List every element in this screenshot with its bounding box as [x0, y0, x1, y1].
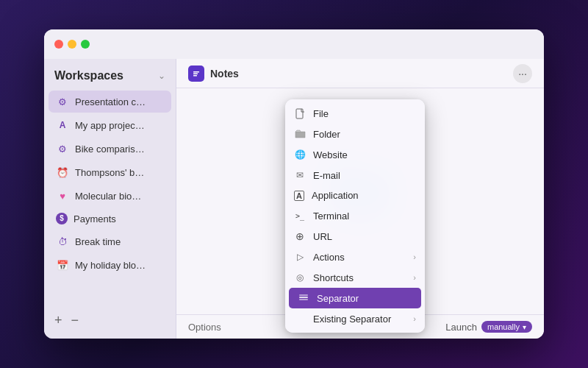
menu-item-folder-label: Folder	[313, 129, 416, 140]
menu-item-website[interactable]: 🌐 Website	[285, 144, 425, 165]
menu-item-shortcuts-label: Shortcuts	[313, 272, 406, 283]
menu-item-application-label: Application	[312, 190, 416, 201]
sidebar-item-label: My holiday blo…	[75, 260, 146, 271]
menu-item-existing-separator[interactable]: Existing Separator ›	[285, 308, 425, 329]
window-body: Workspaces ⌄ ⚙ Presentation c… A My app …	[44, 59, 544, 339]
sidebar-item-icon: ⚙	[56, 142, 69, 155]
svg-rect-7	[299, 294, 308, 296]
svg-rect-5	[299, 297, 308, 298]
menu-item-url-label: URL	[313, 231, 416, 242]
sidebar-item-presentation[interactable]: ⚙ Presentation c…	[49, 91, 171, 113]
minimize-button[interactable]	[68, 40, 76, 49]
sidebar-item-icon: $	[56, 213, 68, 224]
menu-item-actions[interactable]: ▷ Actions ›	[285, 247, 425, 267]
menu-item-shortcuts[interactable]: ◎ Shortcuts ›	[285, 267, 425, 288]
sidebar-item-label: Bike comparis…	[75, 144, 145, 155]
sidebar-item-icon: 📅	[56, 258, 69, 272]
application-icon: A	[294, 191, 304, 201]
menu-item-application[interactable]: A Application	[285, 185, 425, 205]
main-window: Workspaces ⌄ ⚙ Presentation c… A My app …	[44, 29, 544, 339]
manually-badge[interactable]: manually ▾	[481, 321, 532, 333]
sidebar-item-label: Presentation c…	[75, 96, 146, 107]
actions-arrow-icon: ›	[413, 252, 416, 261]
remove-workspace-button[interactable]: −	[71, 314, 79, 327]
manually-label: manually	[487, 322, 520, 331]
existing-separator-arrow-icon: ›	[413, 314, 416, 323]
menu-item-separator[interactable]: Separator	[289, 288, 421, 308]
menu-item-email[interactable]: ✉ E-mail	[285, 165, 425, 185]
terminal-icon: >_	[294, 210, 306, 222]
sidebar-item-icon: ⏱	[56, 235, 69, 248]
menu-item-terminal[interactable]: >_ Terminal	[285, 205, 425, 226]
menu-item-url[interactable]: ⊕ URL	[285, 226, 425, 247]
menu-item-existing-separator-label: Existing Separator	[313, 314, 406, 325]
launch-row: Launch manually ▾	[445, 321, 532, 333]
svg-rect-6	[299, 299, 308, 300]
sidebar-item-molecular[interactable]: ♥ Molecular bio…	[49, 185, 171, 207]
menu-item-terminal-label: Terminal	[313, 210, 416, 222]
existing-separator-icon	[294, 313, 306, 325]
menu-item-file[interactable]: File	[285, 103, 425, 124]
menu-item-website-label: Website	[313, 149, 416, 160]
sidebar-item-label: Break time	[75, 236, 121, 247]
separator-icon	[298, 292, 309, 304]
sidebar-item-holiday[interactable]: 📅 My holiday blo…	[49, 254, 171, 276]
sidebar-item-label: Thompsons' b…	[75, 167, 144, 178]
sidebar-chevron-icon[interactable]: ⌄	[158, 71, 165, 81]
fullscreen-button[interactable]	[81, 40, 90, 49]
sidebar-item-bike[interactable]: ⚙ Bike comparis…	[49, 138, 171, 160]
options-button[interactable]: Options	[188, 322, 221, 333]
sidebar-item-icon: ♥	[56, 189, 69, 202]
dropdown-icon: ▾	[523, 323, 526, 331]
actions-icon: ▷	[294, 251, 306, 263]
main-panel: Notes ··· Pictures Options Launch manual…	[176, 59, 544, 339]
svg-rect-4	[296, 109, 303, 118]
launch-label: Launch	[445, 322, 477, 333]
svg-rect-3	[193, 75, 197, 77]
traffic-lights	[54, 40, 90, 49]
file-icon	[294, 107, 306, 119]
url-icon: ⊕	[294, 230, 306, 242]
main-header-title: Notes	[210, 68, 239, 79]
sidebar-item-label: Molecular bio…	[75, 191, 141, 202]
sidebar-item-break[interactable]: ⏱ Break time	[49, 230, 171, 252]
shortcuts-arrow-icon: ›	[413, 273, 416, 282]
website-icon: 🌐	[294, 149, 306, 160]
menu-item-actions-label: Actions	[313, 252, 406, 263]
sidebar-item-icon: ⏰	[56, 166, 69, 179]
context-menu: File Folder 🌐 Website ✉	[285, 99, 425, 333]
sidebar-header: Workspaces ⌄	[44, 65, 176, 90]
add-workspace-button[interactable]: +	[54, 314, 62, 327]
folder-menu-icon	[294, 128, 306, 140]
sidebar-item-icon: A	[56, 118, 69, 132]
sidebar-item-label: My app projec…	[75, 120, 145, 131]
sidebar-item-thompsons[interactable]: ⏰ Thompsons' b…	[49, 161, 171, 183]
close-button[interactable]	[54, 40, 63, 49]
sidebar-title: Workspaces	[54, 69, 123, 82]
main-header: Notes ···	[176, 59, 544, 88]
main-header-left: Notes	[188, 66, 239, 82]
sidebar-item-myapp[interactable]: A My app projec…	[49, 114, 171, 136]
notes-icon	[188, 66, 204, 82]
svg-rect-2	[193, 73, 198, 74]
sidebar: Workspaces ⌄ ⚙ Presentation c… A My app …	[44, 59, 176, 339]
menu-item-folder[interactable]: Folder	[285, 124, 425, 144]
sidebar-footer: + −	[44, 308, 176, 333]
email-icon: ✉	[294, 169, 306, 181]
sidebar-item-payments[interactable]: $ Payments	[49, 208, 171, 229]
shortcuts-icon: ◎	[294, 272, 306, 283]
titlebar	[44, 29, 544, 59]
menu-item-file-label: File	[313, 108, 416, 119]
svg-rect-1	[193, 71, 199, 73]
sidebar-item-icon: ⚙	[56, 95, 69, 108]
sidebar-item-label: Payments	[74, 213, 116, 224]
more-options-button[interactable]: ···	[513, 64, 532, 83]
menu-item-email-label: E-mail	[313, 170, 416, 181]
menu-item-separator-label: Separator	[317, 293, 412, 304]
